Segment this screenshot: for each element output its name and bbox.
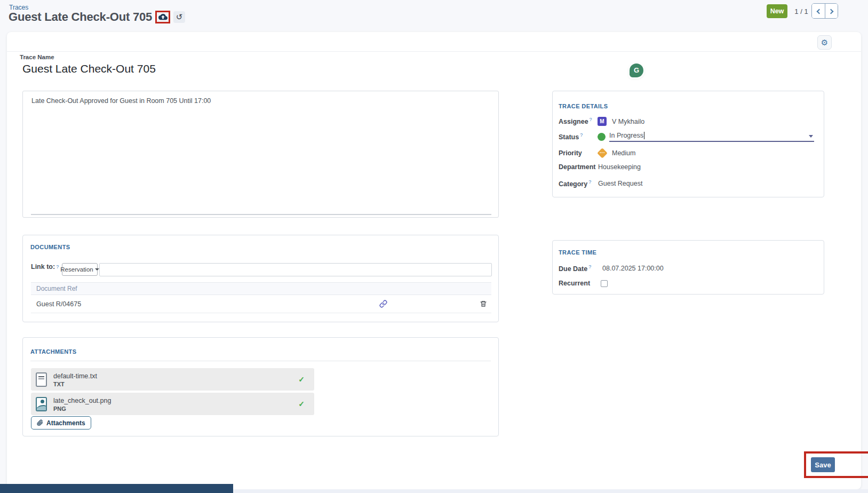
attachments-header: ATTACHMENTS	[30, 346, 491, 361]
trace-details-panel: TRACE DETAILS Assignee? M V Mykhailo Sta…	[552, 91, 824, 197]
status-row: Status? In Progress	[559, 132, 818, 142]
textarea-resize-grip[interactable]	[31, 214, 491, 215]
attachment-type: PNG	[53, 405, 111, 412]
attachment-name: late_check_out.png	[53, 396, 111, 406]
recurrent-row: Recurrent	[559, 280, 608, 287]
trace-name-label: Trace Name	[20, 54, 54, 60]
record-pager	[811, 3, 838, 19]
attachments-panel: ATTACHMENTS default-time.txt TXT ✓ late_…	[22, 337, 499, 436]
recurrent-label: Recurrent	[559, 280, 596, 287]
assignee-value[interactable]: V Mykhailo	[612, 118, 644, 125]
document-search-input[interactable]	[99, 263, 492, 276]
file-image-icon	[36, 397, 47, 411]
trace-time-panel: TRACE TIME Due Date? 08.07.2025 17:00:00…	[552, 240, 824, 295]
status-label: Status?	[559, 132, 598, 141]
link-to-row: Link to:?	[31, 263, 59, 271]
form-sheet: ⚙ Trace Name Guest Late Check-Out 705 G …	[7, 32, 861, 489]
status-dot	[598, 133, 606, 141]
text-cursor	[644, 132, 644, 139]
help-icon: ?	[580, 132, 583, 138]
avatar: M	[598, 117, 607, 126]
priority-label: Priority	[559, 149, 598, 157]
document-row[interactable]: Guest R/04675	[31, 295, 491, 313]
undo-icon[interactable]: ↺	[173, 11, 185, 23]
pager-previous-button[interactable]	[812, 4, 825, 18]
document-ref-column-header: Document Ref	[31, 282, 491, 295]
description-textarea[interactable]: Late Check-Out Approved for Guest in Roo…	[22, 91, 499, 218]
chevron-left-icon	[816, 9, 822, 14]
priority-value[interactable]: Medium	[612, 149, 635, 157]
documents-panel: DOCUMENTS Link to:? Reservation Document…	[22, 235, 499, 322]
link-icon[interactable]	[379, 300, 387, 308]
attachment-type: TXT	[53, 381, 97, 387]
page-title: Guest Late Check-Out 705	[9, 10, 152, 24]
sheet-toolbar	[7, 32, 861, 52]
attachment-card-txt[interactable]: default-time.txt TXT ✓	[31, 368, 314, 391]
link-type-select[interactable]: Reservation	[62, 263, 98, 276]
category-value[interactable]: Guest Request	[598, 180, 642, 187]
paperclip-icon	[37, 419, 43, 426]
assignee-label: Assignee?	[559, 117, 598, 125]
link-type-value: Reservation	[60, 266, 93, 273]
status-input[interactable]: In Progress	[609, 132, 814, 142]
due-date-label: Due Date?	[559, 264, 596, 273]
trash-icon[interactable]	[480, 300, 487, 308]
check-icon: ✓	[298, 375, 305, 384]
due-date-value[interactable]: 08.07.2025 17:00:00	[602, 265, 664, 272]
help-icon: ?	[588, 179, 591, 185]
attachment-info: late_check_out.png PNG	[53, 396, 111, 412]
record-title-row: Guest Late Check-Out 705 ↺	[9, 10, 185, 24]
file-text-icon	[36, 372, 47, 387]
documents-section-title: DOCUMENTS	[30, 244, 70, 250]
save-button[interactable]: Save	[811, 457, 835, 472]
category-label: Category?	[559, 179, 598, 188]
attachment-info: default-time.txt TXT	[53, 371, 97, 388]
add-attachments-label: Attachments	[46, 419, 85, 427]
department-value[interactable]: Housekeeping	[598, 163, 641, 171]
recurrent-checkbox[interactable]	[601, 280, 608, 287]
trace-name-input[interactable]: Guest Late Check-Out 705	[22, 62, 156, 75]
background-window-bar	[0, 484, 233, 493]
due-date-row: Due Date? 08.07.2025 17:00:00	[559, 264, 664, 273]
department-row: Department Housekeeping	[559, 163, 818, 171]
assignee-row: Assignee? M V Mykhailo	[559, 117, 818, 126]
department-label: Department	[559, 163, 598, 171]
check-icon: ✓	[298, 400, 305, 408]
status-value: In Progress	[609, 132, 643, 139]
document-ref-cell[interactable]: Guest R/04675	[36, 300, 81, 308]
priority-row: Priority Medium	[559, 148, 818, 158]
chevron-down-icon[interactable]	[809, 135, 813, 138]
help-icon: ?	[588, 264, 591, 269]
category-row: Category? Guest Request	[559, 179, 818, 188]
cloud-upload-icon[interactable]	[158, 13, 168, 21]
trace-time-section-title: TRACE TIME	[559, 249, 596, 256]
trace-details-section-title: TRACE DETAILS	[559, 103, 608, 109]
help-icon: ?	[56, 264, 59, 269]
attachments-section-title: ATTACHMENTS	[30, 348, 76, 355]
pager-next-button[interactable]	[825, 4, 838, 18]
description-text: Late Check-Out Approved for Guest in Roo…	[31, 96, 490, 106]
link-to-label: Link to:	[31, 263, 55, 271]
app-window: Traces Guest Late Check-Out 705 ↺ New 1 …	[0, 0, 868, 493]
priority-diamond-icon	[598, 148, 607, 158]
grammarly-icon[interactable]: G	[630, 63, 643, 77]
attachment-name: default-time.txt	[53, 371, 97, 381]
annotation-box-save-indicator	[155, 11, 170, 23]
chevron-right-icon	[829, 9, 834, 14]
pager-count: 1 / 1	[792, 7, 810, 15]
help-icon: ?	[590, 117, 592, 122]
annotation-box-save-button: Save	[804, 451, 868, 478]
attachment-card-png[interactable]: late_check_out.png PNG ✓	[31, 393, 314, 415]
new-button[interactable]: New	[767, 4, 787, 18]
gear-icon[interactable]: ⚙	[817, 35, 832, 50]
add-attachments-button[interactable]: Attachments	[31, 416, 91, 430]
